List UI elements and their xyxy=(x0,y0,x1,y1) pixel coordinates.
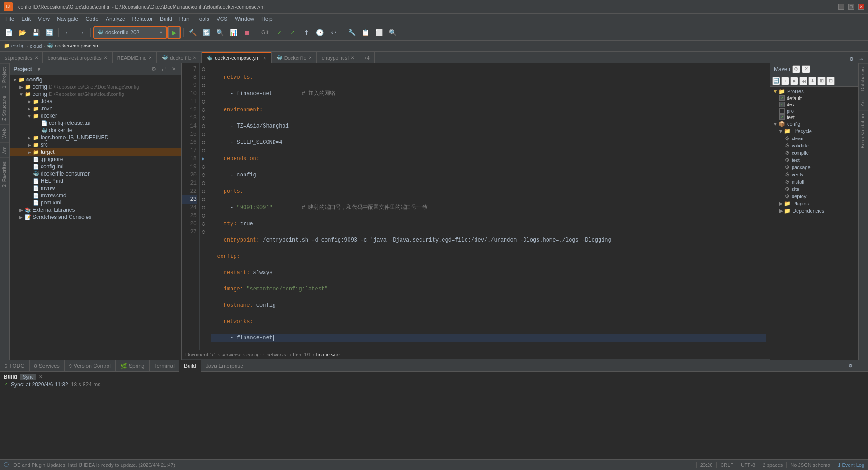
close-button[interactable]: ✕ xyxy=(858,4,864,10)
maven-profile-pro-checkbox[interactable] xyxy=(779,108,785,114)
tree-docker-folder[interactable]: ▼ 📁 docker xyxy=(10,112,181,119)
status-line-sep[interactable]: CRLF xyxy=(720,462,733,468)
breadcrumb-cloud[interactable]: cloud xyxy=(30,43,42,49)
lvtab-z-structure2[interactable]: Z-Structure xyxy=(0,92,9,124)
lvtab-z-structure[interactable]: 1: Project xyxy=(0,63,9,92)
maven-profile-test[interactable]: ✓ test xyxy=(770,114,858,120)
maven-lifecycle-verify[interactable]: ⚙ verify xyxy=(770,171,858,178)
tab-st-properties[interactable]: st.properties ✕ xyxy=(0,52,43,63)
menu-window[interactable]: Window xyxy=(231,15,258,23)
minimize-button[interactable]: ─ xyxy=(838,4,844,10)
maven-profile-default-checkbox[interactable]: ✓ xyxy=(779,95,785,101)
vrtab-ant[interactable]: Ant xyxy=(859,95,868,110)
tree-mvn[interactable]: ▶ 📁 .mvn xyxy=(10,105,181,112)
git-commit-button[interactable]: ✓ xyxy=(287,27,299,38)
project-close-button[interactable]: ✕ xyxy=(170,65,178,73)
status-indent[interactable]: 2 spaces xyxy=(763,462,783,468)
maven-add-button[interactable]: + xyxy=(781,77,789,85)
tree-config-iml[interactable]: ▶ 📄 config.iml xyxy=(10,163,181,170)
tree-config-release[interactable]: ▶ 📄 config-release.tar xyxy=(10,119,181,127)
lvtab-favorites[interactable]: 2: Favorites xyxy=(0,157,9,191)
maven-expand-all-button[interactable]: ⊞ xyxy=(817,77,826,85)
run-config-selector[interactable]: 🐳 dockerfile-202 ▼ xyxy=(94,27,166,38)
menu-help[interactable]: Help xyxy=(258,15,276,23)
sync-close-button[interactable]: × xyxy=(39,374,42,380)
maven-skip-button[interactable]: ⏭ xyxy=(799,77,807,85)
stop-button[interactable]: ⏹ xyxy=(241,27,253,38)
maven-run-button[interactable]: ▶ xyxy=(790,77,798,85)
bottom-hide-button[interactable]: — xyxy=(856,362,864,370)
tree-scratches[interactable]: ▶ 📝 Scratches and Consoles xyxy=(10,214,181,221)
tab-readme-close[interactable]: ✕ xyxy=(148,55,152,60)
tree-dockerfile-consumer[interactable]: ▶ 🐳 dockerfile-consumer xyxy=(10,170,181,177)
status-position[interactable]: 23:20 xyxy=(700,462,713,468)
vrtab-databases[interactable]: Databases xyxy=(859,63,868,95)
bottom-tab-services[interactable]: 8 Services xyxy=(30,360,65,372)
status-schema[interactable]: No JSON schema xyxy=(790,462,830,468)
path-networks[interactable]: networks: xyxy=(266,352,288,357)
maven-settings-button[interactable]: ⚙ xyxy=(792,65,800,73)
maven-lifecycle-install[interactable]: ⚙ install xyxy=(770,178,858,185)
lvtab-web[interactable]: Web xyxy=(0,124,9,142)
menu-refactor[interactable]: Refactor xyxy=(129,15,156,23)
tree-mvnw-cmd[interactable]: ▶ 📄 mvnw.cmd xyxy=(10,192,181,199)
lvtab-ant[interactable]: Ant xyxy=(0,142,9,158)
maven-lifecycle-test[interactable]: ⚙ test xyxy=(770,157,858,164)
menu-build[interactable]: Build xyxy=(156,15,176,23)
breadcrumb-config[interactable]: 📁 config xyxy=(4,43,24,49)
code-content[interactable]: networks: - finance-net # 加入的网络 environm… xyxy=(207,63,770,350)
menu-edit[interactable]: Edit xyxy=(18,15,34,23)
tree-logs[interactable]: ▶ 📁 logs.home_IS_UNDEFINED xyxy=(10,134,181,141)
layout-button[interactable]: ⬜ xyxy=(373,27,385,38)
breadcrumb-file[interactable]: 🐳 docker-compose.yml xyxy=(47,43,101,49)
tree-root-config[interactable]: ▼ 📁 config xyxy=(10,76,181,83)
menu-navigate[interactable]: Navigate xyxy=(53,15,82,23)
reload-button[interactable]: 🔃 xyxy=(200,27,212,38)
maven-lifecycle-header[interactable]: ▼ 📁 Lifecycle xyxy=(770,128,858,135)
tree-help-md[interactable]: ▶ 📄 HELP.md xyxy=(10,177,181,185)
path-services[interactable]: services: xyxy=(222,352,241,357)
git-history-button[interactable]: 🕐 xyxy=(314,27,326,38)
search-everywhere-button[interactable]: 🔍 xyxy=(387,27,399,38)
menu-analyze[interactable]: Analyze xyxy=(102,15,129,23)
tab-st-properties-close[interactable]: ✕ xyxy=(34,55,38,60)
tab-readme[interactable]: README.md ✕ xyxy=(112,52,157,63)
maven-lifecycle-package[interactable]: ⚙ package xyxy=(770,164,858,171)
git-check-button[interactable]: ✓ xyxy=(274,27,285,38)
maven-refresh-button[interactable]: 🔄 xyxy=(772,77,780,85)
bottom-tab-terminal[interactable]: Terminal xyxy=(150,360,179,372)
maximize-button[interactable]: □ xyxy=(848,4,854,10)
bottom-tab-todo[interactable]: 6 TODO xyxy=(0,360,30,372)
path-doc[interactable]: Document 1/1 xyxy=(185,352,216,357)
project-expand-button[interactable]: ⇄ xyxy=(160,65,168,73)
maven-plugins-header[interactable]: ▶ 📁 Plugins xyxy=(770,200,858,207)
back-button[interactable]: ← xyxy=(62,27,74,38)
project-dropdown-icon[interactable]: ▼ xyxy=(37,66,42,72)
tab-split-button[interactable]: ⇥ xyxy=(857,55,865,63)
tab-dockerfile2[interactable]: 🐳 Dockerfile ✕ xyxy=(271,52,317,63)
project-gear-button[interactable]: ⚙ xyxy=(150,65,158,73)
maven-collapse-all-button[interactable]: ⊟ xyxy=(826,77,835,85)
run-button[interactable]: ▶ xyxy=(168,27,180,38)
tab-docker-compose-close[interactable]: ✕ xyxy=(263,56,266,61)
bottom-tab-vc[interactable]: 9 Version Control xyxy=(65,360,116,372)
tree-target[interactable]: ▶ 📁 target xyxy=(10,148,181,156)
tree-external-libs[interactable]: ▶ 📚 External Libraries xyxy=(10,206,181,214)
vrtab-bean-validation[interactable]: Bean Validation xyxy=(859,110,868,152)
tab-dockerfile[interactable]: 🐳 dockerfile ✕ xyxy=(157,52,202,63)
tab-entrypoint[interactable]: entrypoint.sl ✕ xyxy=(317,52,359,63)
git-revert-button[interactable]: ↩ xyxy=(328,27,340,38)
tab-bootstrap-test-close[interactable]: ✕ xyxy=(104,55,107,60)
profile-button[interactable]: 📊 xyxy=(227,27,239,38)
tree-gitignore[interactable]: ▶ 📄 .gitignore xyxy=(10,156,181,163)
tab-dockerfile-close[interactable]: ✕ xyxy=(193,55,197,60)
maven-collapse-button[interactable]: ✕ xyxy=(802,65,810,73)
tree-config-module1[interactable]: ▶ 📁 config D:\Repositories\Gitee\DocMana… xyxy=(10,83,181,90)
tree-pom-xml[interactable]: ▶ 📄 pom.xml xyxy=(10,199,181,206)
tree-config-module2[interactable]: ▼ 📁 config D:\Repositories\Gitee\cloud\c… xyxy=(10,90,181,98)
menu-code[interactable]: Code xyxy=(82,15,102,23)
path-config[interactable]: config: xyxy=(246,352,261,357)
maven-profile-pro[interactable]: pro xyxy=(770,108,858,114)
status-encoding[interactable]: UTF-8 xyxy=(741,462,755,468)
menu-view[interactable]: View xyxy=(34,15,53,23)
